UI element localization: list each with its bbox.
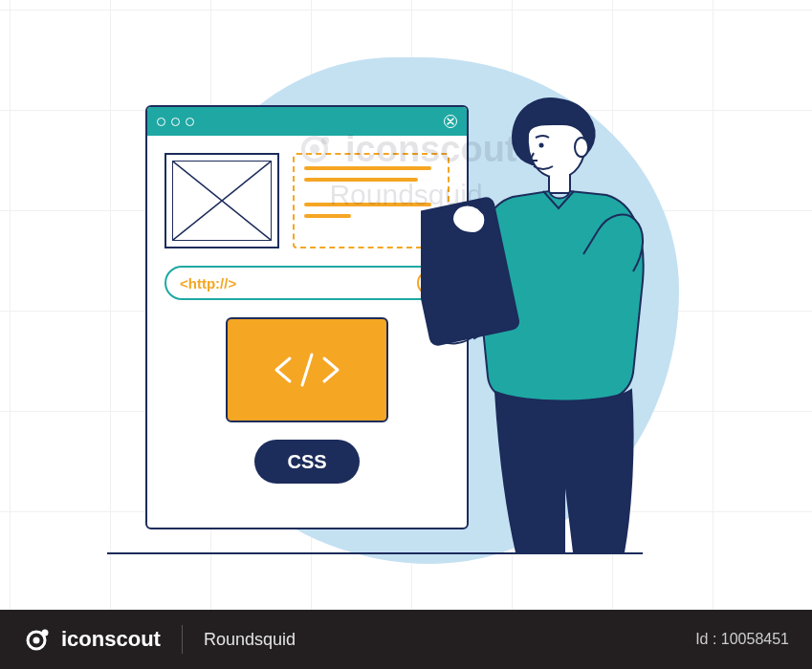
url-bar: <http://>: [165, 266, 450, 300]
footer-brand: iconscout: [23, 625, 161, 654]
footer-bar: iconscout Roundsquid Id : 10058451: [0, 610, 812, 669]
footer-image-id: Id : 10058451: [695, 631, 789, 648]
window-dot: [171, 118, 180, 126]
window-dot: [186, 118, 194, 126]
code-card: [226, 317, 388, 422]
svg-point-6: [539, 143, 544, 148]
svg-point-5: [575, 138, 588, 157]
css-label: CSS: [287, 451, 326, 473]
illustration-canvas: <http://> CSS: [0, 0, 812, 669]
person-illustration: [421, 90, 689, 554]
url-text: <http://>: [180, 275, 236, 291]
footer-divider: [182, 625, 183, 654]
svg-line-4: [302, 355, 312, 385]
svg-point-13: [42, 630, 49, 637]
footer-author: Roundsquid: [204, 630, 296, 650]
wireframe-box-icon: [165, 153, 279, 248]
css-badge: CSS: [254, 440, 360, 484]
footer-brand-text: iconscout: [61, 627, 161, 652]
window-dot: [157, 118, 165, 126]
code-icon: [269, 347, 345, 393]
svg-point-12: [33, 637, 40, 644]
brand-logo-icon: [23, 625, 52, 654]
mockup-titlebar: [147, 107, 467, 136]
